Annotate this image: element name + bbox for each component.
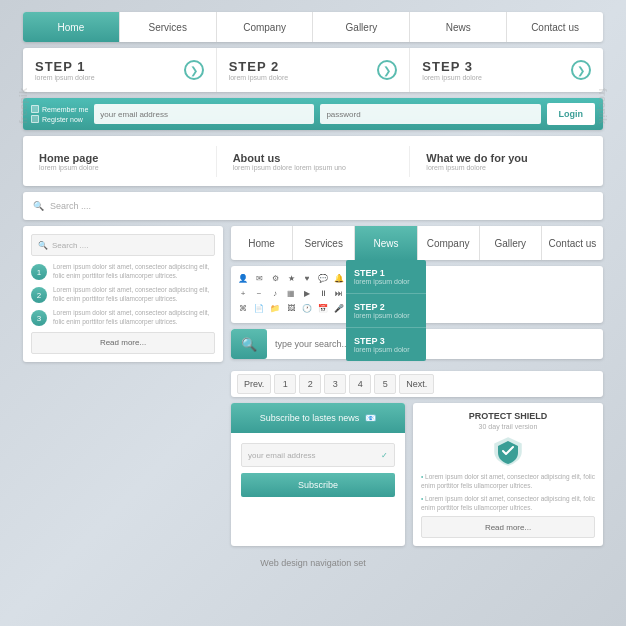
nav1-item-news[interactable]: News	[410, 12, 507, 42]
page-4[interactable]: 4	[349, 374, 371, 394]
nav2-news[interactable]: News STEP 1 lorem ipsum dolor STEP 2 lor…	[355, 226, 417, 260]
icon-folder[interactable]: 📁	[269, 302, 281, 314]
subscribe-email-placeholder: your email address	[248, 451, 316, 460]
step-2-title: STEP 2	[229, 59, 289, 74]
nav2-services[interactable]: Services	[293, 226, 355, 260]
hp-about-title: About us	[233, 152, 394, 164]
subscribe-header: Subscribe to lastes news 📧	[231, 403, 405, 433]
register-checkbox[interactable]	[31, 115, 39, 123]
nav1-item-services[interactable]: Services	[120, 12, 217, 42]
icon-user[interactable]: 👤	[237, 272, 249, 284]
login-button[interactable]: Login	[547, 103, 596, 125]
hp-home-title: Home page	[39, 152, 200, 164]
icon-pause[interactable]: ⏸	[317, 287, 329, 299]
steps-row: STEP 1 lorem ipsum dolore ❯ STEP 2 lorem…	[23, 48, 603, 92]
icon-minus[interactable]: −	[253, 287, 265, 299]
icon-mic[interactable]: 🎤	[333, 302, 345, 314]
protect-sub: 30 day trail version	[421, 423, 595, 430]
left-column: 🔍 Search .... 1 Lorem ipsum dolor sit am…	[23, 226, 223, 552]
search-bar-1[interactable]: 🔍 Search ....	[23, 192, 603, 220]
dd-step2-title: STEP 2	[354, 302, 418, 312]
hp-home-sub: lorem ipsum dolore	[39, 164, 200, 171]
login-checkboxes: Remember me Register now	[31, 105, 88, 123]
nav1-item-home[interactable]: Home	[23, 12, 120, 42]
search-icon-btn[interactable]: 🔍	[231, 329, 267, 359]
icon-cal[interactable]: 📅	[317, 302, 329, 314]
nav2-company[interactable]: Company	[418, 226, 480, 260]
icon-skip[interactable]: ⏭	[333, 287, 345, 299]
icon-chat[interactable]: 💬	[317, 272, 329, 284]
search-icon-1: 🔍	[33, 201, 44, 211]
step-1[interactable]: STEP 1 lorem ipsum dolore ❯	[23, 48, 217, 92]
protect-text-2: Lorem ipsum dolor sit amet, consecteor a…	[421, 494, 595, 512]
subscribe-panel: Subscribe to lastes news 📧 your email ad…	[231, 403, 405, 546]
icon-img[interactable]: 🖼	[285, 302, 297, 314]
protect-text-1: Lorem ipsum dolor sit amet, consecteor a…	[421, 472, 595, 490]
nav2-home[interactable]: Home	[231, 226, 293, 260]
next-button[interactable]: Next.	[399, 374, 434, 394]
nav-bar-1: Home Services Company Gallery News Conta…	[23, 12, 603, 42]
search-placeholder-1: Search ....	[50, 201, 91, 211]
step-3-sub: lorem ipsum dolore	[422, 74, 482, 81]
icon-play[interactable]: ▶	[301, 287, 313, 299]
news-dropdown: STEP 1 lorem ipsum dolor STEP 2 lorem ip…	[346, 260, 426, 361]
nav1-item-company[interactable]: Company	[217, 12, 314, 42]
email-input[interactable]	[94, 104, 314, 124]
login-bar: Remember me Register now Login	[23, 98, 603, 130]
protect-read-more[interactable]: Read more...	[421, 516, 595, 538]
dd-step3-title: STEP 3	[354, 336, 418, 346]
nav2-gallery[interactable]: Gallery	[480, 226, 542, 260]
icon-volume[interactable]: ♪	[269, 287, 281, 299]
step-1-arrow: ❯	[184, 60, 204, 80]
step-2[interactable]: STEP 2 lorem ipsum dolore ❯	[217, 48, 411, 92]
step-2-arrow: ❯	[377, 60, 397, 80]
dd-step1-title: STEP 1	[354, 268, 418, 278]
protect-title: PROTECT SHIELD	[421, 411, 595, 421]
hp-item-about: About us lorem ipsum dolore lorem ipsum …	[217, 146, 411, 177]
subscribe-button[interactable]: Subscribe	[241, 473, 395, 497]
step-3-title: STEP 3	[422, 59, 482, 74]
nav1-item-gallery[interactable]: Gallery	[313, 12, 410, 42]
icon-star[interactable]: ★	[285, 272, 297, 284]
icon-tag[interactable]: ⌘	[237, 302, 249, 314]
nav2-contact[interactable]: Contact us	[542, 226, 603, 260]
search-input-2[interactable]	[267, 339, 603, 349]
icon-bell[interactable]: 🔔	[333, 272, 345, 284]
page-2[interactable]: 2	[299, 374, 321, 394]
page-5[interactable]: 5	[374, 374, 396, 394]
dropdown-step-1[interactable]: STEP 1 lorem ipsum dolor	[346, 260, 426, 294]
page-1[interactable]: 1	[274, 374, 296, 394]
left-panel: 🔍 Search .... 1 Lorem ipsum dolor sit am…	[23, 226, 223, 362]
icon-gear[interactable]: ⚙	[269, 272, 281, 284]
password-input[interactable]	[320, 104, 540, 124]
subscribe-title: Subscribe to lastes news	[260, 413, 360, 423]
icon-plus[interactable]: +	[237, 287, 249, 299]
register-label: Register now	[42, 116, 83, 123]
icon-mail[interactable]: ✉	[253, 272, 265, 284]
step-3[interactable]: STEP 3 lorem ipsum dolore ❯	[410, 48, 603, 92]
lp-num-3: 3	[31, 310, 47, 326]
left-panel-read-more[interactable]: Read more...	[31, 332, 215, 354]
register-row: Register now	[31, 115, 88, 123]
step-3-arrow: ❯	[571, 60, 591, 80]
icon-bar-chart[interactable]: ▦	[285, 287, 297, 299]
dropdown-step-2[interactable]: STEP 2 lorem ipsum dolor	[346, 294, 426, 328]
icon-clock[interactable]: 🕐	[301, 302, 313, 314]
hp-about-sub: lorem ipsum dolore lorem ipsum uno	[233, 164, 394, 171]
icon-heart[interactable]: ♥	[301, 272, 313, 284]
dd-step2-sub: lorem ipsum dolor	[354, 312, 418, 319]
right-column: Home Services News STEP 1 lorem ipsum do…	[231, 226, 603, 552]
subscribe-email-field[interactable]: your email address ✓	[241, 443, 395, 467]
remember-checkbox[interactable]	[31, 105, 39, 113]
step-1-title: STEP 1	[35, 59, 95, 74]
nav1-item-contact[interactable]: Contact us	[507, 12, 603, 42]
dropdown-step-3[interactable]: STEP 3 lorem ipsum dolor	[346, 328, 426, 361]
prev-button[interactable]: Prev.	[237, 374, 271, 394]
page-3[interactable]: 3	[324, 374, 346, 394]
left-panel-search[interactable]: 🔍 Search ....	[31, 234, 215, 256]
protect-panel: PROTECT SHIELD 30 day trail version Lore…	[413, 403, 603, 546]
lp-item-3: 3 Lorem ipsum dolor sit amet, consecteor…	[31, 308, 215, 326]
remember-row: Remember me	[31, 105, 88, 113]
icon-doc[interactable]: 📄	[253, 302, 265, 314]
homepage-row: Home page lorem ipsum dolore About us lo…	[23, 136, 603, 186]
